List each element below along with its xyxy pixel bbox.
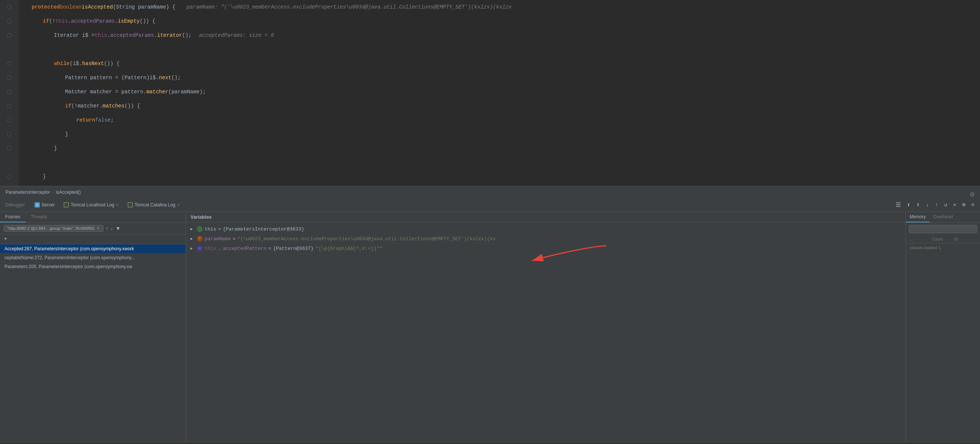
var-expand-this[interactable]: ▶ bbox=[191, 227, 195, 231]
gutter-dot-10 bbox=[7, 132, 11, 136]
code-line-11: } bbox=[21, 141, 980, 155]
far-right-tabs: Memory Overhead bbox=[906, 212, 980, 223]
frames-list: Accepted:287, ParametersInterceptor (com… bbox=[0, 244, 186, 443]
settings-icon[interactable]: ⚙ bbox=[970, 190, 974, 199]
toolbar-btn-up-arrow[interactable]: ↑ bbox=[933, 201, 940, 209]
tomcat-localhost-tab[interactable]: Tomcat Localhost Log × bbox=[59, 198, 123, 212]
toolbar-btn-down-arrow[interactable]: ↓ bbox=[924, 201, 931, 209]
server-tab-label: Server bbox=[42, 202, 55, 208]
filter-btn[interactable]: ▼ bbox=[115, 225, 121, 231]
var-item-this[interactable]: ▶ this = {ParametersInterceptor@3633} bbox=[186, 224, 905, 234]
var-icon-this bbox=[197, 226, 203, 232]
code-editor: protected boolean isAccepted (String par… bbox=[0, 0, 980, 186]
frame-item-2[interactable]: ceptableName:272, ParametersInterceptor … bbox=[0, 253, 186, 262]
frame-2-text: ceptableName:272, ParametersInterceptor … bbox=[5, 255, 135, 260]
var-icon-param: P bbox=[197, 236, 203, 242]
tomcat-catalina-close[interactable]: × bbox=[177, 202, 180, 208]
tab-overhead[interactable]: Overhead bbox=[929, 212, 956, 222]
variables-header: Variables bbox=[186, 212, 905, 222]
server-tab-icon: S bbox=[35, 202, 40, 208]
tomcat-catalina-tab[interactable]: Tomcat Catalina Log × bbox=[123, 198, 184, 212]
var-expand-param[interactable]: ▶ bbox=[191, 236, 195, 241]
breadcrumb-bar: ParametersInterceptor › isAccepted() bbox=[0, 186, 980, 198]
variables-list: ▶ this = {ParametersInterceptor@3633} ▶ … bbox=[186, 222, 905, 443]
add-icon[interactable]: + bbox=[4, 236, 8, 243]
frame-item-1[interactable]: Accepted:287, ParametersInterceptor (com… bbox=[0, 244, 186, 253]
gutter-dot-13 bbox=[7, 174, 11, 179]
frame-3-text: Parameters:205, ParametersInterceptor (c… bbox=[5, 264, 132, 269]
server-tab[interactable]: S Server bbox=[30, 198, 59, 212]
frame-item-3[interactable]: Parameters:205, ParametersInterceptor (c… bbox=[0, 262, 186, 271]
var-value-this: {ParametersInterceptor@3633} bbox=[223, 227, 304, 232]
var-item-accepted-pattern[interactable]: ▶ ∞ this . acceptedPattern = {Pattern@36… bbox=[186, 244, 905, 253]
var-icon-pattern: ∞ bbox=[197, 246, 203, 251]
tomcat-localhost-icon bbox=[64, 202, 69, 208]
red-arrow-annotation bbox=[521, 242, 614, 265]
var-expand-pattern[interactable]: ▶ bbox=[191, 246, 195, 251]
code-line-7: Matcher matcher = pattern. matcher (para… bbox=[21, 85, 980, 99]
toolbar-btn-list[interactable]: ≡ bbox=[970, 201, 976, 209]
far-right-panel: Memory Overhead ... Count Di classes loa… bbox=[905, 212, 980, 443]
left-panel: Frames Threads "http-8080-1"@2,684 ...gr… bbox=[0, 212, 186, 443]
count-col-di: Di bbox=[954, 237, 976, 241]
panel-content: Frames Threads "http-8080-1"@2,684 ...gr… bbox=[0, 212, 980, 443]
toolbar-btn-down[interactable]: ⬇ bbox=[915, 200, 922, 209]
code-line-9: return false ; bbox=[21, 113, 980, 127]
var-string-pattern: "[\p{Graph}&&[^,#:=]]*" bbox=[315, 246, 382, 251]
var-name-param: paramName bbox=[205, 236, 231, 242]
toolbar-btn-menu[interactable]: ☰ bbox=[894, 200, 903, 209]
bottom-panel: Debugger S Server Tomcat Localhost Log ×… bbox=[0, 198, 980, 443]
var-eq-param: = bbox=[232, 236, 235, 242]
code-lines: protected boolean isAccepted (String par… bbox=[0, 0, 980, 186]
gutter-dot-11 bbox=[7, 146, 11, 151]
gutter-dot-2 bbox=[7, 19, 11, 24]
tab-memory[interactable]: Memory bbox=[906, 212, 929, 222]
tomcat-localhost-label: Tomcat Localhost Log bbox=[71, 202, 114, 208]
var-eq-this: = bbox=[218, 227, 221, 232]
code-line-3: Iterator i$ = this . acceptedParams . it… bbox=[21, 28, 980, 43]
panel-tabs: Frames Threads bbox=[0, 212, 186, 223]
tab-bar: Debugger S Server Tomcat Localhost Log ×… bbox=[0, 198, 980, 212]
var-value-param: "(\u0023_memberAccess.excludeProperties\… bbox=[237, 236, 496, 242]
dropdown-arrow-icon: ▼ bbox=[96, 226, 100, 230]
toolbar-btn-cancel[interactable]: ✕ bbox=[951, 201, 958, 209]
breadcrumb-separator: › bbox=[52, 190, 54, 195]
code-line-2: if (! this . acceptedParams . isEmpty ()… bbox=[21, 14, 980, 28]
tomcat-localhost-close[interactable]: × bbox=[116, 202, 119, 208]
classes-loaded: classes loaded. L bbox=[906, 243, 980, 252]
var-field-pattern: acceptedPattern bbox=[223, 246, 266, 251]
tab-threads[interactable]: Threads bbox=[25, 212, 52, 222]
count-header: ... Count Di bbox=[906, 235, 980, 243]
frame-1-text: Accepted:287, ParametersInterceptor (com… bbox=[5, 246, 134, 251]
var-name-this: this bbox=[205, 227, 216, 232]
debugger-tab[interactable]: Debugger bbox=[0, 198, 30, 212]
count-col-dots: ... bbox=[910, 237, 932, 241]
add-variable-area: + bbox=[0, 234, 186, 244]
breadcrumb-class[interactable]: ParametersInterceptor bbox=[6, 190, 50, 195]
arrow-up-btn[interactable]: ↑ bbox=[106, 225, 108, 231]
thread-dropdown[interactable]: "http-8080-1"@2,684 ...group "main": RUN… bbox=[4, 225, 103, 232]
gutter-dot-1 bbox=[7, 5, 11, 9]
toolbar-btn-up[interactable]: ⬆ bbox=[905, 200, 912, 209]
code-line-1: protected boolean isAccepted (String par… bbox=[21, 0, 980, 14]
tomcat-catalina-icon bbox=[127, 202, 133, 208]
gutter-dot-6 bbox=[7, 76, 11, 80]
thread-header: "http-8080-1"@2,684 ...group "main": RUN… bbox=[0, 223, 186, 234]
memory-search-input[interactable] bbox=[909, 225, 977, 233]
toolbar-btn-refresh[interactable]: ↺ bbox=[942, 201, 949, 209]
breadcrumb-method[interactable]: isAccepted() bbox=[56, 190, 81, 195]
tomcat-catalina-label: Tomcat Catalina Log bbox=[135, 202, 175, 208]
toolbar-btn-grid[interactable]: ⊞ bbox=[960, 201, 967, 209]
code-gutter bbox=[0, 0, 19, 186]
code-line-8: if (! matcher. matches ()) { bbox=[21, 99, 980, 113]
thread-name: "http-8080-1"@2,684 ...group "main": RUN… bbox=[7, 226, 94, 230]
gutter-dot-8 bbox=[7, 104, 11, 108]
gutter-dot-5 bbox=[7, 61, 11, 66]
count-col-count: Count bbox=[932, 237, 955, 241]
var-dot-pattern: . bbox=[218, 246, 221, 251]
gutter-dot-7 bbox=[7, 90, 11, 94]
gutter-dot-9 bbox=[7, 118, 11, 122]
gutter-dot-3 bbox=[7, 33, 11, 38]
arrow-down-btn[interactable]: ↓ bbox=[110, 225, 113, 231]
tab-frames[interactable]: Frames bbox=[0, 212, 25, 222]
